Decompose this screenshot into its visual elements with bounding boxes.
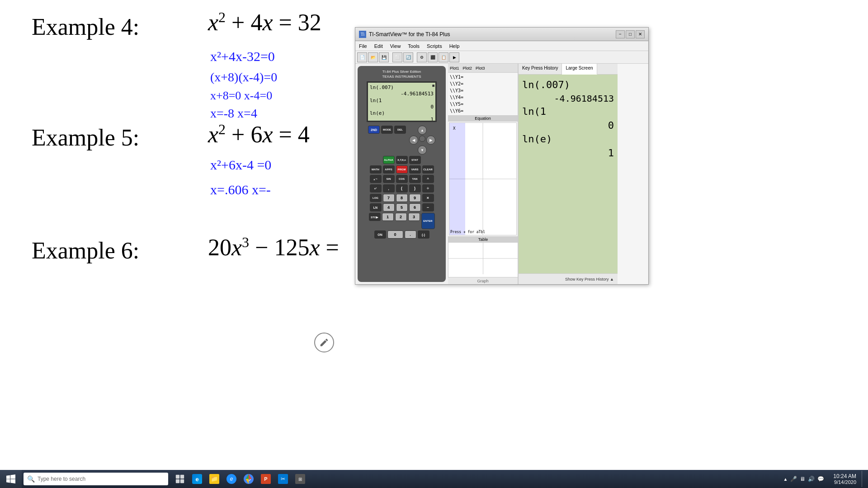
taskbar-icon-unknown[interactable]: ⊞ [292, 470, 308, 488]
calc-model-name: TI-84 Plus Silver Edition [382, 70, 421, 74]
table-canvas [448, 243, 518, 274]
key-mul[interactable]: × [422, 194, 434, 202]
key-7[interactable]: 7 [383, 194, 395, 202]
show-desktop-button[interactable] [862, 471, 864, 487]
close-button[interactable]: ✕ [636, 30, 645, 38]
key-rparen[interactable]: ) [409, 184, 421, 192]
key-div[interactable]: ÷ [422, 184, 434, 192]
key-math[interactable]: MATH [370, 165, 382, 174]
key-0[interactable]: 0 [387, 230, 403, 239]
restore-button[interactable]: □ [626, 30, 635, 38]
ti-menubar: File Edit View Tools Scripts Help [355, 41, 648, 51]
key-apps[interactable]: APPS [383, 165, 395, 174]
key-sub[interactable]: − [422, 203, 434, 211]
table-section: Table [448, 236, 518, 277]
menu-help[interactable]: Help [449, 43, 460, 49]
start-button[interactable] [0, 470, 22, 488]
key-9[interactable]: 9 [409, 194, 421, 202]
taskbar-powerpoint[interactable]: P [258, 470, 274, 488]
key-x2[interactable]: x² [370, 184, 382, 192]
key-alpha[interactable]: ALPHA [383, 156, 395, 164]
svg-text:(x+8)(x-4)=0: (x+8)(x-4)=0 [210, 70, 277, 84]
key-mode[interactable]: MODE [381, 126, 393, 134]
taskbar-clock[interactable]: 10:24 AM 9/14/2020 [830, 473, 860, 485]
key-log[interactable]: LOG [370, 194, 382, 202]
key-6[interactable]: 6 [409, 203, 421, 211]
toolbar-btn-2[interactable]: 📂 [368, 52, 378, 62]
taskbar-file-explorer[interactable]: 📁 [206, 470, 222, 488]
key-5[interactable]: 5 [396, 203, 408, 211]
toolbar-btn-9[interactable]: ▶ [449, 52, 459, 62]
key-enter[interactable]: ENTER [421, 213, 435, 229]
pen-annotation-icon[interactable] [314, 333, 334, 352]
key-xtn[interactable]: X,T,θ,n [396, 156, 408, 164]
key-cos[interactable]: COS [396, 175, 408, 183]
example5-handwritten: x²+6x-4 =0 x=.606 x=- [208, 154, 380, 212]
toolbar-btn-3[interactable]: 💾 [379, 52, 389, 62]
menu-file[interactable]: File [359, 43, 367, 49]
toolbar-btn-7[interactable]: ⬛ [428, 52, 438, 62]
minimize-button[interactable]: − [616, 30, 625, 38]
key-down[interactable]: ▼ [418, 145, 427, 155]
key-ln[interactable]: LN [370, 203, 382, 211]
volume-icon[interactable]: 🔊 [808, 476, 815, 483]
toolbar-btn-4[interactable]: ⬜ [392, 52, 402, 62]
tab-large-screen[interactable]: Large Screen [562, 64, 597, 75]
key-prgm[interactable]: PRGM [396, 165, 408, 174]
key-on[interactable]: ON [374, 230, 386, 239]
taskbar-task-view[interactable] [172, 470, 188, 488]
toolbar-btn-1[interactable]: 📄 [357, 52, 367, 62]
network-icon[interactable]: 🖥 [800, 476, 805, 483]
toolbar-btn-6[interactable]: ⚙ [417, 52, 427, 62]
plot2-tab[interactable]: Plot2 [463, 66, 472, 70]
key-comma[interactable]: , [383, 184, 395, 192]
action-center-icon[interactable]: 💬 [817, 476, 824, 483]
tab-key-press-history[interactable]: Key Press History [519, 64, 562, 74]
taskbar-search-bar[interactable]: 🔍 Type here to search [24, 473, 168, 485]
taskbar-right: ▲ 🎤 🖥 🔊 💬 10:24 AM 9/14/2020 [779, 471, 868, 487]
taskbar-snip[interactable]: ✂ [275, 470, 291, 488]
key-2nd[interactable]: 2ND [368, 126, 380, 134]
menu-view[interactable]: View [390, 43, 401, 49]
large-line-6: 1 [522, 146, 614, 160]
key-sto[interactable]: STO▶ [369, 213, 381, 221]
key-1[interactable]: 1 [382, 213, 394, 221]
table-graph [448, 243, 518, 274]
key-vars[interactable]: VARS [409, 165, 421, 174]
key-3[interactable]: 3 [408, 213, 420, 221]
svg-rect-9 [449, 123, 465, 235]
key-lparen[interactable]: ( [396, 184, 408, 192]
menu-scripts[interactable]: Scripts [427, 43, 442, 49]
key-4[interactable]: 4 [383, 203, 395, 211]
screen-line-1: ln(.007) [370, 84, 434, 91]
key-del[interactable]: DEL [394, 126, 406, 134]
key-2[interactable]: 2 [395, 213, 407, 221]
plot1-tab[interactable]: Plot1 [450, 66, 459, 70]
taskbar-edge[interactable]: e [189, 470, 205, 488]
key-up[interactable]: ▲ [418, 126, 427, 135]
tray-expand-icon[interactable]: ▲ [783, 477, 788, 482]
menu-tools[interactable]: Tools [408, 43, 420, 49]
key-power[interactable]: ^ [422, 175, 434, 183]
key-x-inv[interactable]: x⁻¹ [370, 175, 382, 183]
menu-edit[interactable]: Edit [374, 43, 383, 49]
show-kp-button[interactable]: Show Key Press History ▲ [565, 277, 614, 282]
microphone-icon[interactable]: 🎤 [790, 476, 797, 483]
key-neg[interactable]: (-) [418, 230, 429, 239]
toolbar-btn-5[interactable]: 🔄 [403, 52, 413, 62]
screen-line-2: -4.96184513 [370, 91, 434, 97]
key-sin[interactable]: SIN [383, 175, 395, 183]
key-8[interactable]: 8 [396, 194, 408, 202]
key-clear[interactable]: CLEAR [422, 165, 434, 174]
toolbar-btn-8[interactable]: 📋 [439, 52, 448, 62]
taskbar-chrome[interactable] [241, 470, 257, 488]
plot3-tab[interactable]: Plot3 [476, 66, 485, 70]
key-enter-nav[interactable] [419, 136, 425, 142]
key-left[interactable]: ◀ [409, 136, 418, 145]
taskbar-ie[interactable]: e [223, 470, 240, 488]
taskbar-pinned-icons: e 📁 e P ✂ [172, 470, 308, 488]
key-dot[interactable]: . [405, 230, 416, 239]
key-right[interactable]: ▶ [426, 136, 435, 145]
key-tan[interactable]: TAN [409, 175, 421, 183]
key-stat[interactable]: STAT [409, 156, 421, 164]
